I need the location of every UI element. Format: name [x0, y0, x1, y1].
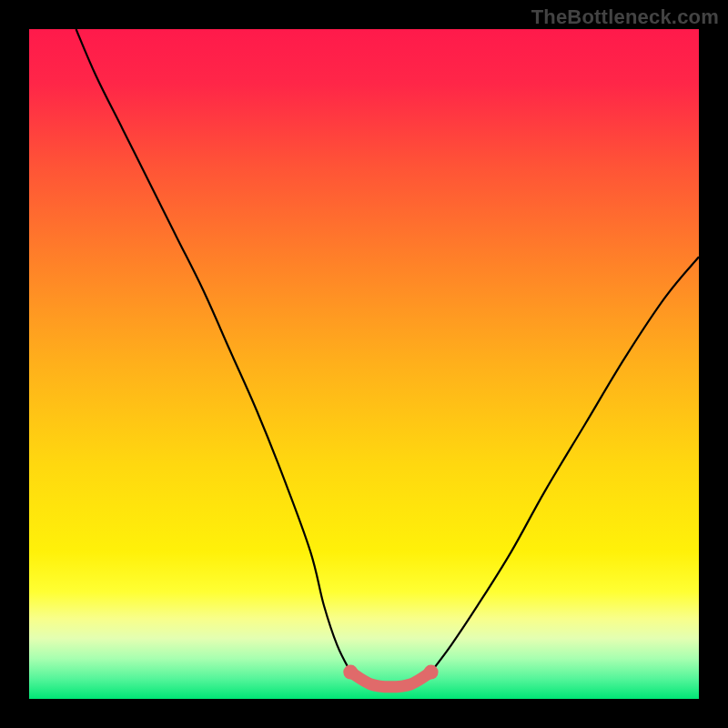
curve-right-branch	[431, 257, 699, 672]
valley-endpoint	[424, 665, 439, 680]
curve-valley-floor	[350, 672, 430, 687]
watermark-text: TheBottleneck.com	[531, 5, 719, 29]
curve-left-branch	[76, 29, 351, 672]
chart-curves	[29, 29, 699, 699]
valley-endpoint	[343, 665, 358, 680]
plot-area	[29, 29, 699, 699]
chart-frame: TheBottleneck.com	[0, 0, 728, 728]
